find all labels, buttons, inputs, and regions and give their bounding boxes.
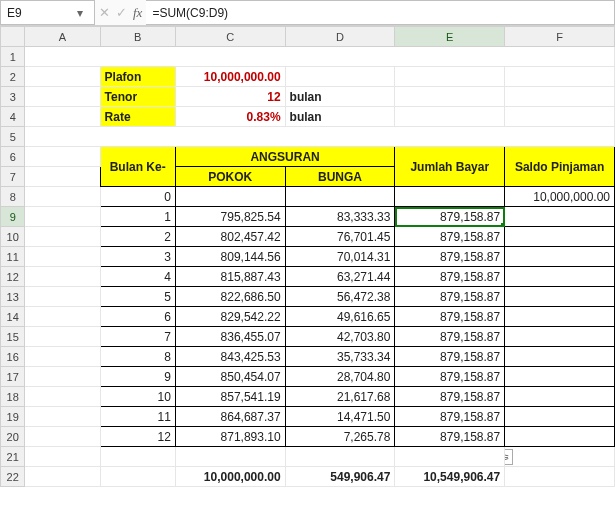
cell[interactable] [395,67,505,87]
cell-pokok[interactable]: 871,893.10 [175,427,285,447]
tenor-label[interactable]: Tenor [100,87,175,107]
cell[interactable] [100,447,175,467]
cell-jumlah[interactable]: 879,158.87 [395,407,505,427]
cell[interactable] [25,327,100,347]
col-header-e[interactable]: E [395,27,505,47]
row-header[interactable]: 17 [1,367,25,387]
cell-pokok[interactable]: 864,687.37 [175,407,285,427]
cell-bulan[interactable]: 2 [100,227,175,247]
row-header[interactable]: 15 [1,327,25,347]
hdr-saldo[interactable]: Saldo Pinjaman [505,147,615,187]
cell-saldo[interactable]: 10,000,000.00 [505,187,615,207]
cell-jumlah[interactable] [395,187,505,207]
cell-pokok[interactable]: 850,454.07 [175,367,285,387]
cell[interactable] [25,307,100,327]
cell-pokok[interactable]: 795,825.54 [175,207,285,227]
cell[interactable]: ⚞ [505,447,615,467]
cell-bulan[interactable]: 8 [100,347,175,367]
cell-jumlah-selected[interactable]: 879,158.87 [395,207,505,227]
cell-bulan[interactable]: 5 [100,287,175,307]
row-header[interactable]: 21 [1,447,25,467]
total-pokok[interactable]: 10,000,000.00 [175,467,285,487]
row-header[interactable]: 6 [1,147,25,167]
cell-bunga[interactable]: 70,014.31 [285,247,395,267]
cell-jumlah[interactable]: 879,158.87 [395,247,505,267]
cell-jumlah[interactable]: 879,158.87 [395,267,505,287]
cell-saldo[interactable] [505,227,615,247]
cell-pokok[interactable]: 857,541.19 [175,387,285,407]
cell[interactable] [25,87,100,107]
cell-bunga[interactable]: 7,265.78 [285,427,395,447]
cell-bunga[interactable]: 14,471.50 [285,407,395,427]
cell-jumlah[interactable]: 879,158.87 [395,387,505,407]
cell-saldo[interactable] [505,427,615,447]
cell-pokok[interactable]: 809,144.56 [175,247,285,267]
cell-bunga[interactable]: 35,733.34 [285,347,395,367]
row-header[interactable]: 8 [1,187,25,207]
cell-bunga[interactable]: 76,701.45 [285,227,395,247]
row-header[interactable]: 7 [1,167,25,187]
total-jumlah[interactable]: 10,549,906.47 [395,467,505,487]
cell-saldo[interactable] [505,367,615,387]
hdr-bulan[interactable]: Bulan Ke- [100,147,175,187]
cell[interactable] [25,47,615,67]
plafon-value[interactable]: 10,000,000.00 [175,67,285,87]
cell-jumlah[interactable]: 879,158.87 [395,227,505,247]
cell-bunga[interactable]: 63,271.44 [285,267,395,287]
cell-bulan[interactable]: 9 [100,367,175,387]
cell-jumlah[interactable]: 879,158.87 [395,327,505,347]
total-bunga[interactable]: 549,906.47 [285,467,395,487]
hdr-pokok[interactable]: POKOK [175,167,285,187]
cell[interactable] [25,447,100,467]
cell-bulan[interactable]: 3 [100,247,175,267]
cell[interactable] [505,107,615,127]
cell-pokok[interactable] [175,187,285,207]
hdr-angsuran[interactable]: ANGSURAN [175,147,395,167]
cell-bunga[interactable]: 21,617.68 [285,387,395,407]
fill-handle-icon[interactable] [501,223,505,227]
cell-pokok[interactable]: 843,425.53 [175,347,285,367]
name-box[interactable]: E9 ▾ [0,0,95,25]
cell[interactable] [25,267,100,287]
cell[interactable] [25,367,100,387]
cell-bunga[interactable]: 83,333.33 [285,207,395,227]
row-header[interactable]: 10 [1,227,25,247]
col-header-b[interactable]: B [100,27,175,47]
plafon-label[interactable]: Plafon [100,67,175,87]
col-header-a[interactable]: A [25,27,100,47]
row-header[interactable]: 12 [1,267,25,287]
cell-jumlah[interactable]: 879,158.87 [395,307,505,327]
cell-bulan[interactable]: 12 [100,427,175,447]
hdr-jumlah[interactable]: Jumlah Bayar [395,147,505,187]
cell-jumlah[interactable]: 879,158.87 [395,367,505,387]
cell[interactable] [25,287,100,307]
formula-bar-input[interactable]: =SUM(C9:D9) [146,0,615,25]
cell[interactable] [395,447,505,467]
cell-bunga[interactable]: 56,472.38 [285,287,395,307]
cell[interactable] [505,67,615,87]
cell-bulan[interactable]: 6 [100,307,175,327]
row-header[interactable]: 11 [1,247,25,267]
chevron-down-icon[interactable]: ▾ [72,6,88,20]
cell[interactable] [395,87,505,107]
cell-bunga[interactable] [285,187,395,207]
cell-saldo[interactable] [505,307,615,327]
confirm-icon[interactable]: ✓ [116,5,127,20]
col-header-f[interactable]: F [505,27,615,47]
row-header[interactable]: 1 [1,47,25,67]
cell-saldo[interactable] [505,387,615,407]
fx-icon[interactable]: fx [133,5,142,21]
row-header[interactable]: 14 [1,307,25,327]
cell[interactable] [25,247,100,267]
row-header[interactable]: 3 [1,87,25,107]
row-header[interactable]: 13 [1,287,25,307]
col-header-d[interactable]: D [285,27,395,47]
cell[interactable] [25,467,100,487]
cell-saldo[interactable] [505,287,615,307]
cell[interactable] [25,227,100,247]
cell[interactable] [25,147,100,167]
cell[interactable] [100,467,175,487]
cell[interactable] [285,67,395,87]
cancel-icon[interactable]: ✕ [99,5,110,20]
cell[interactable] [175,447,285,467]
